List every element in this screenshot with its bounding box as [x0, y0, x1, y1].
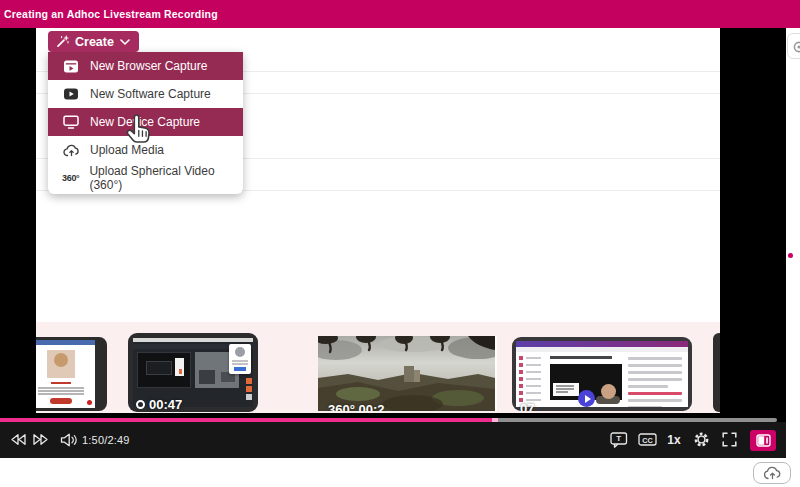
panorama-image	[318, 336, 495, 411]
time-display: 1:50/2:49	[82, 422, 144, 459]
duration-badge: 07	[520, 401, 534, 411]
gear-icon	[693, 431, 710, 448]
menu-item-new-browser-capture[interactable]: New Browser Capture	[48, 52, 243, 80]
mini-text-line	[38, 387, 84, 389]
menu-item-new-software-capture[interactable]: New Software Capture	[48, 80, 243, 108]
gear-icon	[792, 40, 800, 54]
cloud-upload-button[interactable]	[753, 462, 791, 484]
menu-item-label: New Software Capture	[90, 87, 211, 101]
video-title: Creating an Adhoc Livestream Recording	[4, 0, 218, 28]
video-frame: Create New Browser Capture	[36, 28, 720, 413]
menu-item-label: Upload Spherical Video (360°)	[89, 164, 243, 192]
duration-badge: 360° 00:2	[328, 402, 385, 411]
volume-button[interactable]	[58, 422, 80, 459]
chevron-down-icon	[120, 39, 130, 45]
screen: Creating an Adhoc Livestream Recording C	[0, 0, 800, 487]
create-button-label: Create	[75, 35, 114, 49]
sidebar-panel-icon	[756, 434, 771, 447]
svg-text:CC: CC	[642, 436, 652, 445]
captions-button[interactable]: CC	[636, 422, 658, 459]
fullscreen-button[interactable]	[718, 422, 740, 459]
thumbnail-band: 00:47	[36, 322, 720, 413]
mini-button	[50, 398, 72, 404]
page-accent-dot	[788, 253, 793, 258]
mini-play-button	[578, 390, 595, 407]
player-control-bar: 1:50/2:49 T CC 1x	[0, 422, 786, 459]
mini-heading	[51, 382, 71, 384]
spherical-video-thumbnail[interactable]: 360° 00:2	[318, 336, 497, 411]
video-player[interactable]: Create New Browser Capture	[0, 28, 786, 458]
settings-button[interactable]	[690, 422, 712, 459]
transcript-button[interactable]: T	[608, 422, 630, 459]
menu-item-upload-spherical-video[interactable]: 360° Upload Spherical Video (360°)	[48, 164, 243, 192]
device-capture-icon	[62, 115, 80, 129]
hand-pointer-cursor	[122, 114, 154, 148]
webcam-icon	[136, 400, 145, 409]
fast-forward-icon	[33, 433, 49, 446]
mini-browser-bar	[36, 340, 95, 345]
page-side-button[interactable]	[787, 33, 800, 59]
mini-text-line	[38, 390, 84, 392]
volume-icon	[60, 433, 78, 447]
sidebar-toggle-button[interactable]	[750, 430, 776, 451]
fullscreen-icon	[722, 432, 737, 447]
mini-browser-page	[516, 341, 688, 407]
mini-text-line	[38, 393, 84, 395]
mini-dot	[87, 400, 92, 405]
upload-cloud-icon	[62, 144, 80, 157]
menu-item-label: New Browser Capture	[90, 59, 207, 73]
fast-forward-button[interactable]	[31, 422, 51, 459]
software-capture-icon	[62, 88, 80, 100]
transcript-icon: T	[610, 432, 628, 448]
rewind-icon	[10, 433, 26, 446]
create-button[interactable]: Create	[48, 31, 139, 52]
video-title-bar: Creating an Adhoc Livestream Recording	[0, 0, 800, 28]
clipped-thumbnail[interactable]	[713, 333, 720, 412]
svg-text:T: T	[616, 434, 621, 443]
rewind-button[interactable]	[8, 422, 28, 459]
device-capture-recording-thumbnail[interactable]: 00:47	[128, 333, 258, 412]
browser-capture-icon	[62, 60, 80, 73]
browser-capture-recording-thumbnail[interactable]: 07	[512, 337, 692, 411]
duration-badge: 00:47	[136, 397, 182, 412]
cloud-upload-icon	[763, 466, 782, 480]
playback-speed-button[interactable]: 1x	[663, 422, 685, 459]
webpage-profile-thumbnail[interactable]	[36, 337, 107, 411]
mini-portrait	[54, 353, 68, 367]
360-badge: 360°	[328, 402, 355, 411]
magic-wand-icon	[56, 35, 69, 48]
360-icon: 360°	[62, 173, 79, 183]
captions-icon: CC	[638, 433, 657, 446]
